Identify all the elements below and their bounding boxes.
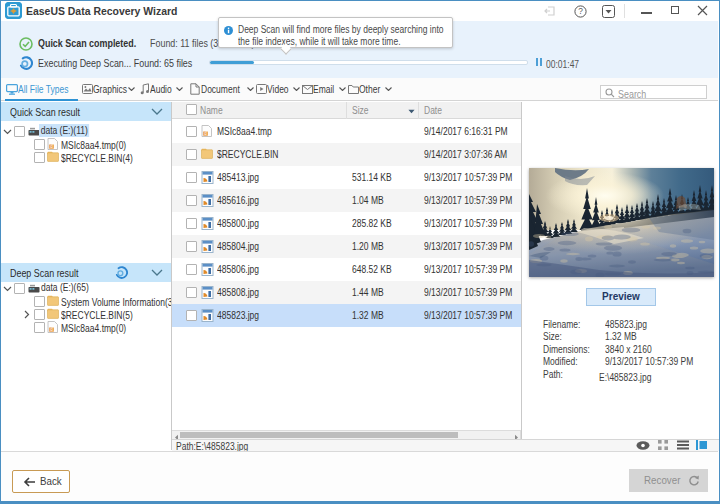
svg-text:?: ? (578, 6, 583, 16)
